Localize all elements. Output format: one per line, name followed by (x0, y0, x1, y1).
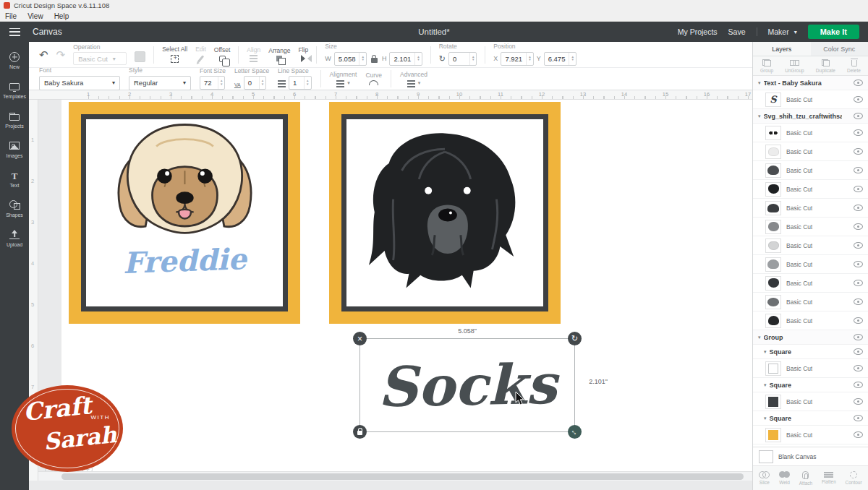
layer-row[interactable]: Basic Cut (753, 180, 868, 199)
menu-help[interactable]: Help (54, 12, 69, 20)
delete-handle[interactable]: × (353, 332, 367, 345)
layer-row[interactable]: Basic Cut (753, 124, 868, 142)
hamburger-menu-icon[interactable] (9, 28, 20, 36)
resize-handle[interactable]: ↔ (568, 425, 582, 439)
offset-button[interactable]: Offset (214, 47, 231, 62)
layer-row[interactable]: Basic Cut (753, 142, 868, 161)
canvas-area[interactable]: 12345678 (29, 100, 752, 481)
machine-selector[interactable]: Maker (757, 27, 797, 36)
visibility-eye-icon[interactable] (854, 129, 863, 136)
canvas-nav-label[interactable]: Canvas (33, 27, 62, 37)
black-shaggy-dog-illustration[interactable] (359, 121, 531, 303)
tab-layers[interactable]: Layers (753, 42, 811, 56)
stepper-icon[interactable] (569, 53, 575, 65)
alignment-dropdown[interactable]: Alignment ▾ (330, 72, 357, 86)
layer-row[interactable]: Basic Cut (753, 236, 868, 255)
stepper-icon[interactable] (526, 53, 532, 65)
layer-row[interactable]: SBasic Cut (753, 90, 868, 109)
layer-group-row[interactable]: ▾Text - Baby Sakura (753, 76, 868, 90)
duplicate-button[interactable]: Duplicate (816, 59, 835, 73)
layer-row[interactable]: Basic Cut (753, 161, 868, 180)
rotate-handle[interactable]: ↻ (568, 332, 582, 345)
layer-row[interactable]: Basic Cut (753, 392, 868, 411)
stepper-icon[interactable] (259, 77, 265, 89)
sidebar-item-templates[interactable]: Templates (0, 79, 29, 101)
sidebar-item-text[interactable]: Text (0, 168, 29, 190)
horizontal-scrollbar[interactable] (29, 471, 752, 481)
my-projects-link[interactable]: My Projects (678, 27, 718, 36)
advanced-dropdown[interactable]: Advanced ▾ (400, 72, 427, 86)
visibility-eye-icon[interactable] (854, 382, 863, 388)
layer-row[interactable]: Basic Cut (753, 274, 868, 293)
visibility-eye-icon[interactable] (854, 261, 863, 267)
stepper-icon[interactable] (359, 53, 365, 65)
stepper-icon[interactable] (304, 77, 310, 89)
visibility-eye-icon[interactable] (854, 298, 863, 305)
chevron-down-icon[interactable]: ▾ (758, 80, 761, 86)
layer-group-row[interactable]: ▾Group (753, 330, 868, 345)
weld-button[interactable]: Weld (779, 471, 790, 485)
position-y-input[interactable]: 6.475 (544, 52, 576, 66)
visibility-eye-icon[interactable] (854, 334, 863, 340)
rotate-input[interactable]: 0 (448, 52, 477, 66)
edit-dropdown[interactable]: Edit (195, 46, 206, 63)
design-square-freddie[interactable]: Freddie (69, 102, 300, 324)
visibility-eye-icon[interactable] (854, 113, 863, 119)
stepper-icon[interactable] (414, 53, 421, 65)
slice-button[interactable]: Slice (759, 471, 770, 485)
layer-group-row[interactable]: ▾Square (753, 345, 868, 359)
visibility-eye-icon[interactable] (854, 242, 863, 249)
group-button[interactable]: Group (760, 59, 773, 73)
visibility-eye-icon[interactable] (854, 431, 863, 438)
visibility-eye-icon[interactable] (854, 223, 863, 230)
visibility-eye-icon[interactable] (854, 148, 863, 155)
visibility-eye-icon[interactable] (854, 205, 863, 211)
position-x-input[interactable]: 7.921 (501, 52, 533, 66)
visibility-eye-icon[interactable] (854, 317, 863, 324)
menu-view[interactable]: View (27, 12, 43, 20)
layer-row[interactable]: Basic Cut (753, 359, 868, 378)
width-input[interactable]: 5.058 (334, 52, 367, 66)
sidebar-item-images[interactable]: Images (0, 138, 29, 160)
attach-button[interactable]: Attach (799, 471, 812, 486)
make-it-button[interactable]: Make It (808, 25, 859, 39)
operation-dropdown[interactable]: Operation Basic Cut (73, 44, 127, 66)
stepper-icon[interactable] (218, 77, 224, 89)
align-dropdown[interactable]: Align (247, 47, 260, 63)
layer-group-row[interactable]: ▾Square (753, 378, 868, 392)
sidebar-item-projects[interactable]: Projects (0, 108, 29, 131)
layer-row[interactable]: Basic Cut (753, 311, 868, 330)
sidebar-item-new[interactable]: New (0, 49, 29, 72)
flip-dropdown[interactable]: Flip (298, 47, 308, 63)
chevron-down-icon[interactable]: ▾ (758, 335, 761, 340)
design-square-black-dog[interactable] (329, 102, 561, 324)
socks-text[interactable]: Socks (359, 337, 575, 433)
layer-row[interactable]: Basic Cut (753, 255, 868, 274)
layer-group-row[interactable]: ▾Svg_shih_tzu_craftwithsar... (753, 109, 868, 124)
menu-file[interactable]: File (5, 12, 17, 20)
height-input[interactable]: 2.101 (389, 52, 422, 66)
visibility-eye-icon[interactable] (854, 79, 863, 86)
chevron-down-icon[interactable]: ▾ (758, 113, 761, 119)
lock-handle[interactable] (353, 425, 367, 439)
visibility-eye-icon[interactable] (854, 167, 863, 173)
letter-space-input[interactable]: 0 (244, 76, 266, 90)
font-dropdown[interactable]: Font Baby Sakura (39, 67, 120, 90)
selection-box[interactable]: 5.058" 2.101" Socks × ↻ ↔ (359, 338, 575, 432)
shih-tzu-tan-illustration[interactable] (103, 119, 266, 248)
delete-button[interactable]: Delete (847, 59, 861, 73)
redo-icon[interactable]: ↷ (56, 49, 66, 60)
sidebar-item-upload[interactable]: Upload (0, 227, 29, 249)
freddie-text[interactable]: Freddie (122, 244, 247, 278)
tab-color-sync[interactable]: Color Sync (811, 42, 868, 56)
visibility-eye-icon[interactable] (854, 280, 863, 286)
visibility-eye-icon[interactable] (854, 348, 863, 355)
layer-row[interactable]: Basic Cut (753, 199, 868, 218)
save-link[interactable]: Save (728, 27, 746, 36)
visibility-eye-icon[interactable] (854, 415, 863, 421)
stepper-icon[interactable] (469, 53, 476, 65)
scrollbar-thumb[interactable] (61, 473, 744, 480)
chevron-down-icon[interactable]: ▾ (764, 382, 767, 388)
font-size-input[interactable]: 72 (200, 76, 225, 90)
layer-row[interactable]: Basic Cut (753, 426, 868, 444)
